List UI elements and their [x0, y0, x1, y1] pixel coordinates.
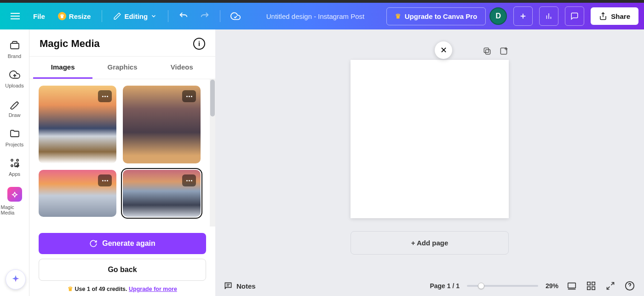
- panel-title: Magic Media: [40, 38, 100, 50]
- page-indicator: Page 1 / 1: [430, 282, 460, 290]
- app-header: File Resize Editing Untitled design - In…: [0, 3, 644, 29]
- zoom-value[interactable]: 29%: [546, 282, 558, 290]
- generated-image[interactable]: [39, 86, 116, 163]
- tab-graphics[interactable]: Graphics: [92, 57, 152, 79]
- document-title[interactable]: Untitled design - Instagram Post: [248, 12, 383, 20]
- undo-button[interactable]: [175, 7, 192, 25]
- credits-text: ♛ Use 1 of 49 credits. Upgrade for more: [39, 285, 206, 292]
- svg-rect-25: [592, 287, 595, 290]
- magic-media-panel: Magic Media i Images Graphics Videos Ge: [29, 29, 215, 296]
- apps-icon: [9, 157, 20, 168]
- panel-scrollbar[interactable]: [210, 79, 215, 226]
- assistant-button[interactable]: [6, 269, 26, 290]
- side-rail: Brand Uploads Draw Projects Apps Magic M…: [0, 29, 29, 296]
- close-panel-button[interactable]: ✕: [435, 41, 452, 59]
- bottom-bar: Notes Page 1 / 1 29%: [215, 276, 644, 296]
- grid-view-button[interactable]: [585, 280, 597, 292]
- analytics-button[interactable]: [539, 6, 558, 26]
- svg-rect-22: [587, 282, 590, 285]
- svg-rect-6: [11, 43, 19, 49]
- image-options-button[interactable]: [182, 174, 196, 186]
- rail-projects[interactable]: Projects: [1, 124, 29, 153]
- notes-button[interactable]: Notes: [224, 281, 256, 290]
- fullscreen-button[interactable]: [604, 280, 616, 292]
- image-options-button[interactable]: [182, 90, 196, 102]
- duplicate-page-button[interactable]: [482, 46, 492, 56]
- upgrade-button[interactable]: ♛Upgrade to Canva Pro: [386, 7, 486, 25]
- crown-icon: [58, 12, 66, 20]
- svg-rect-13: [486, 50, 490, 54]
- svg-rect-24: [587, 287, 590, 290]
- help-button[interactable]: [624, 280, 636, 292]
- zoom-slider[interactable]: [467, 285, 538, 287]
- divider: [168, 10, 168, 22]
- svg-point-7: [11, 159, 13, 161]
- generated-image[interactable]: [123, 170, 201, 217]
- svg-line-26: [611, 283, 614, 285]
- svg-rect-20: [568, 283, 576, 288]
- draw-icon: [9, 99, 20, 110]
- magic-icon: [10, 190, 19, 199]
- add-member-button[interactable]: [513, 6, 533, 26]
- divider: [220, 10, 220, 22]
- svg-point-9: [11, 165, 13, 167]
- cloud-upload-icon: [9, 69, 20, 80]
- file-menu[interactable]: File: [29, 9, 50, 24]
- generate-again-button[interactable]: Generate again: [39, 233, 206, 254]
- brand-icon: [9, 40, 20, 51]
- redo-button[interactable]: [196, 7, 213, 25]
- upload-icon: [599, 12, 607, 20]
- refresh-icon: [89, 239, 98, 248]
- rail-magic-media[interactable]: Magic Media: [1, 183, 29, 221]
- new-page-button[interactable]: [499, 46, 509, 56]
- results-grid: [29, 79, 210, 226]
- image-options-button[interactable]: [98, 174, 112, 186]
- go-back-button[interactable]: Go back: [39, 259, 206, 281]
- tab-images[interactable]: Images: [33, 57, 92, 79]
- rail-apps[interactable]: Apps: [1, 154, 29, 182]
- chevron-down-icon: [150, 13, 157, 19]
- image-options-button[interactable]: [98, 90, 112, 102]
- generated-image[interactable]: [39, 170, 116, 217]
- svg-rect-23: [592, 282, 595, 285]
- add-page-button[interactable]: + Add page: [351, 231, 509, 255]
- share-button[interactable]: Share: [591, 7, 638, 25]
- crown-icon: ♛: [68, 286, 73, 292]
- artboard[interactable]: [351, 60, 509, 218]
- comments-button[interactable]: [565, 6, 584, 26]
- page-actions: [351, 46, 509, 56]
- resize-menu[interactable]: Resize: [53, 8, 96, 24]
- divider: [102, 10, 102, 22]
- svg-point-8: [17, 159, 18, 161]
- menu-button[interactable]: [6, 6, 25, 26]
- svg-line-27: [607, 287, 610, 290]
- generated-image[interactable]: [123, 86, 201, 163]
- page-view-button[interactable]: [566, 280, 578, 292]
- rail-draw[interactable]: Draw: [1, 95, 29, 123]
- rail-brand[interactable]: Brand: [1, 36, 29, 64]
- user-avatar[interactable]: D: [489, 7, 507, 25]
- rail-uploads[interactable]: Uploads: [1, 65, 29, 94]
- pencil-icon: [113, 12, 121, 20]
- folder-icon: [9, 128, 20, 139]
- notes-icon: [224, 281, 233, 290]
- sparkle-icon: [11, 274, 21, 284]
- cloud-sync-icon[interactable]: [227, 7, 244, 25]
- info-button[interactable]: i: [193, 38, 205, 50]
- upgrade-link[interactable]: Upgrade for more: [129, 286, 177, 292]
- canvas-area: ✕ + Add page Notes Page 1 / 1 29%: [215, 29, 644, 296]
- svg-rect-14: [484, 48, 489, 52]
- crown-icon: ♛: [395, 12, 401, 20]
- tab-videos[interactable]: Videos: [152, 57, 212, 79]
- panel-tabs: Images Graphics Videos: [29, 56, 215, 79]
- editing-mode-menu[interactable]: Editing: [109, 8, 161, 24]
